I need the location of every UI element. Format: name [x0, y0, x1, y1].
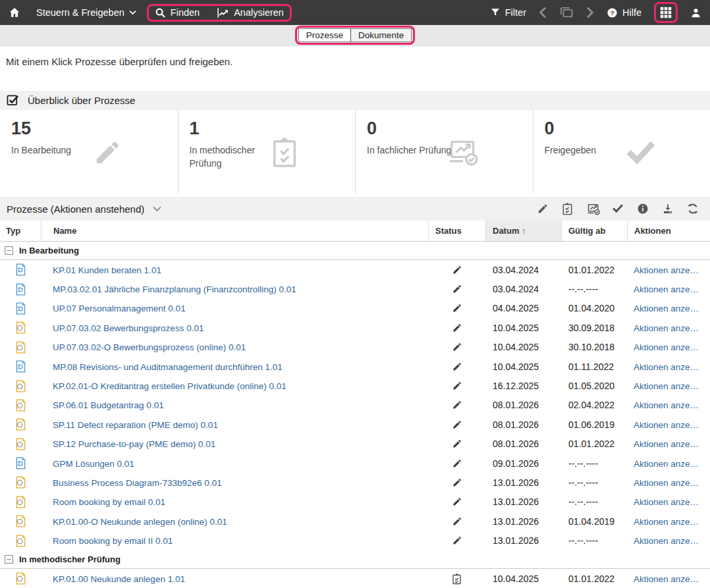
process-name-link[interactable]: Room booking by email II 0.01 [53, 536, 173, 546]
svg-text:?: ? [610, 9, 614, 16]
process-name-link[interactable]: MP.03.02.01 Jährliche Finanzplanung (Fin… [53, 284, 296, 294]
document-circle-icon [15, 438, 26, 450]
document-circle-icon [15, 496, 26, 508]
info-icon[interactable] [637, 203, 649, 215]
card-in-methodischer-pruefung[interactable]: 1 In methodischer Prüfung [178, 110, 356, 194]
show-actions-link[interactable]: Aktionen anze… [634, 323, 699, 333]
show-actions-link[interactable]: Aktionen anze… [634, 381, 699, 391]
annotation-highlight-apps [654, 2, 678, 23]
column-header-typ[interactable]: Typ [0, 221, 41, 241]
overview-title: Überblick über Prozesse [28, 95, 135, 106]
pencil-status-icon [452, 323, 462, 333]
intro-text: Mit einem Klick Prozesse überprüfen und … [6, 56, 710, 67]
valid-from-cell: --.--.---- [561, 477, 627, 488]
apps-menu-button[interactable] [659, 5, 673, 20]
valid-from-cell: --.--.---- [561, 458, 627, 469]
document-circle-icon [15, 418, 26, 431]
column-header-status[interactable]: Status [428, 221, 485, 241]
group-header-row[interactable]: In Bearbeitung [0, 242, 710, 260]
show-actions-link[interactable]: Aktionen anze… [634, 362, 699, 372]
column-header-aktionen[interactable]: Aktionen [627, 221, 710, 241]
home-icon [9, 7, 20, 18]
process-name-link[interactable]: KP.01.00-O Neukunde anlegen (online) 0.0… [53, 517, 227, 527]
card-freigegeben[interactable]: 0 Freigegeben [533, 110, 710, 194]
process-name-link[interactable]: SP.12 Purchase-to-pay (PME demo) 0.01 [53, 439, 215, 449]
process-name-link[interactable]: GPM Lösungen 0.01 [53, 459, 134, 469]
open-diagrams-button[interactable] [559, 7, 574, 18]
table-header-row: Typ Name Status Datum ↑ Gültig ab Aktion… [0, 221, 710, 242]
date-cell: 04.04.2025 [485, 303, 561, 313]
process-name-link[interactable]: UP.07.03.02 Bewerbungsprozess 0.01 [53, 323, 204, 333]
pencil-status-icon [452, 496, 462, 507]
show-actions-link[interactable]: Aktionen anze… [634, 536, 699, 546]
pencil-status-icon [452, 439, 462, 449]
show-actions-link[interactable]: Aktionen anze… [634, 284, 699, 294]
tab-strip: Prozesse Dokumente [0, 25, 710, 46]
date-cell: 08.01.2026 [485, 400, 561, 410]
date-cell: 13.01.2026 [485, 477, 561, 488]
monitor-chart-check-icon[interactable] [587, 203, 599, 215]
card-in-bearbeitung[interactable]: 15 In Bearbeitung [0, 110, 178, 194]
show-actions-link[interactable]: Aktionen anze… [634, 497, 699, 507]
process-name-link[interactable]: Room booking by email 0.01 [53, 497, 165, 507]
help-button[interactable]: ? Hilfe [607, 7, 642, 18]
refresh-icon[interactable] [687, 203, 699, 215]
module-menu-button[interactable]: Steuern & Freigeben [36, 7, 136, 18]
show-actions-link[interactable]: Aktionen anze… [634, 439, 699, 449]
funnel-icon [490, 7, 501, 18]
check-icon[interactable] [612, 203, 624, 215]
pencil-status-icon [452, 458, 462, 469]
tab-prozesse[interactable]: Prozesse [299, 29, 350, 41]
show-actions-link[interactable]: Aktionen anze… [634, 574, 699, 584]
valid-from-cell: 01.05.2020 [561, 381, 627, 391]
show-actions-link[interactable]: Aktionen anze… [634, 478, 699, 488]
collapse-icon[interactable] [5, 555, 13, 564]
process-name-link[interactable]: UP.07.03.02-O Bewerbungsprozess (online)… [53, 342, 246, 352]
show-actions-link[interactable]: Aktionen anze… [634, 420, 699, 430]
column-header-name[interactable]: Name [41, 221, 428, 241]
group-header-row[interactable]: In methodischer Prüfung [0, 550, 710, 569]
valid-from-cell: 01.11.2022 [561, 361, 627, 372]
module-menu-label: Steuern & Freigeben [36, 7, 124, 18]
process-name-link[interactable]: UP.07 Personalmanagement 0.01 [53, 304, 186, 313]
process-name-link[interactable]: SP.11 Defect reparation (PME demo) 0.01 [53, 420, 218, 430]
clipboard-check-icon[interactable] [562, 203, 574, 215]
collapse-icon[interactable] [5, 246, 13, 255]
show-actions-link[interactable]: Aktionen anze… [634, 517, 699, 527]
user-menu-button[interactable] [690, 7, 701, 18]
process-name-link[interactable]: MP.08 Revisions- und Auditmanagement dur… [53, 362, 283, 372]
chevron-down-icon[interactable] [153, 206, 161, 212]
download-icon[interactable] [662, 203, 674, 215]
column-header-gueltig-ab[interactable]: Gültig ab [561, 221, 627, 241]
column-header-datum[interactable]: Datum ↑ [485, 221, 561, 241]
show-actions-link[interactable]: Aktionen anze… [634, 342, 699, 352]
home-button[interactable] [9, 7, 20, 18]
show-actions-link[interactable]: Aktionen anze… [634, 400, 699, 410]
pencil-icon[interactable] [537, 203, 549, 215]
pencil-status-icon [452, 381, 462, 391]
filter-button[interactable]: Filter [490, 7, 526, 18]
valid-from-cell: --.--.---- [561, 535, 627, 546]
process-name-link[interactable]: KP.01 Kunden beraten 1.01 [53, 265, 161, 275]
question-circle-icon: ? [607, 7, 618, 18]
process-name-link[interactable]: SP.06.01 Budgetantrag 0.01 [53, 400, 164, 410]
card-in-fachlicher-pruefung[interactable]: 0 In fachlicher Prüfung [355, 110, 533, 194]
show-actions-link[interactable]: Aktionen anze… [634, 265, 699, 275]
nav-back-button[interactable] [539, 7, 547, 18]
process-name-link[interactable]: KP.02.01-O Kreditantrag erstellen Privat… [53, 381, 287, 391]
show-actions-link[interactable]: Aktionen anze… [634, 459, 699, 469]
pencil-status-icon [452, 361, 462, 372]
process-name-link[interactable]: Business Process Diagram-733b92e6 0.01 [53, 478, 222, 488]
find-button[interactable]: Finden [155, 7, 200, 18]
valid-from-cell: 01.04.2019 [561, 516, 627, 527]
document-circle-icon [15, 341, 26, 354]
table-row: GPM Lösungen 0.0109.01.2026--.--.----Akt… [0, 454, 710, 473]
nav-forward-button[interactable] [586, 7, 594, 18]
show-actions-link[interactable]: Aktionen anze… [634, 304, 699, 313]
date-cell: 13.01.2026 [485, 516, 561, 527]
process-name-link[interactable]: KP.01.00 Neukunde anlegen 1.01 [53, 574, 185, 584]
help-label: Hilfe [622, 7, 642, 18]
table-row: UP.07.03.02-O Bewerbungsprozess (online)… [0, 338, 710, 357]
analyze-button[interactable]: Analysieren [217, 7, 284, 18]
tab-dokumente[interactable]: Dokumente [350, 29, 411, 41]
